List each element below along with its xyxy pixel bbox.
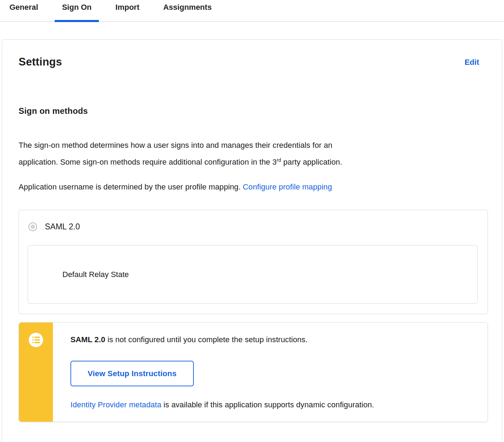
tab-general[interactable]: General	[2, 0, 46, 22]
app-tab-bar: General Sign On Import Assignments	[0, 0, 504, 22]
settings-card: Settings Edit Sign on methods The sign-o…	[2, 39, 502, 442]
edit-link[interactable]: Edit	[464, 58, 479, 67]
username-note: Application username is determined by th…	[19, 179, 488, 195]
radio-dot	[30, 225, 35, 229]
description-line-1: The sign-on method determines how a user…	[19, 137, 488, 154]
settings-title: Settings	[19, 56, 62, 68]
identity-provider-metadata-link[interactable]: Identity Provider metadata	[70, 400, 161, 409]
saml-radio-label[interactable]: SAML 2.0	[45, 222, 80, 232]
notice-content: SAML 2.0 is not configured until you com…	[70, 323, 488, 409]
description-line-2: application. Some sign-on methods requir…	[19, 154, 488, 171]
sign-on-methods-description: The sign-on method determines how a user…	[19, 137, 488, 171]
settings-card-header: Settings Edit	[19, 56, 488, 68]
list-icon	[29, 333, 43, 347]
notice-accent-band	[19, 323, 53, 422]
setup-notice-box: SAML 2.0 is not configured until you com…	[19, 322, 488, 422]
tab-assignments[interactable]: Assignments	[156, 0, 219, 22]
metadata-message-text: is available if this application support…	[161, 400, 374, 409]
tab-sign-on[interactable]: Sign On	[55, 0, 99, 22]
ordinal-superscript: rd	[277, 157, 281, 163]
username-note-text: Application username is determined by th…	[19, 182, 243, 191]
view-setup-instructions-button[interactable]: View Setup Instructions	[70, 361, 194, 386]
saml-radio-button[interactable]	[28, 222, 37, 231]
configure-profile-mapping-link[interactable]: Configure profile mapping	[243, 182, 332, 191]
notice-method-name: SAML 2.0	[70, 335, 105, 344]
sign-on-methods-heading: Sign on methods	[19, 106, 488, 116]
saml-radio-row: SAML 2.0	[19, 210, 488, 232]
notice-message-text: is not configured until you complete the…	[105, 335, 307, 344]
notice-message: SAML 2.0 is not configured until you com…	[70, 334, 488, 345]
default-relay-state-label: Default Relay State	[62, 270, 129, 279]
metadata-line: Identity Provider metadata is available …	[70, 400, 488, 409]
tab-import[interactable]: Import	[108, 0, 147, 22]
saml-method-box: SAML 2.0 Default Relay State	[19, 210, 488, 314]
default-relay-state-field: Default Relay State	[28, 245, 478, 304]
